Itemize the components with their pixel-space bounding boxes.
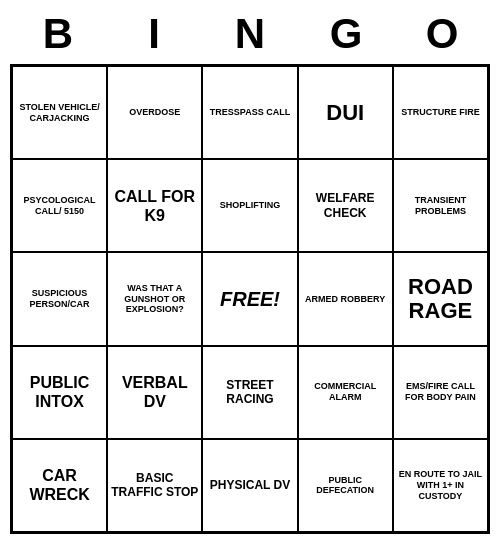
bingo-cell-10: SUSPICIOUS PERSON/CAR [12, 252, 107, 345]
bingo-cell-8: WELFARE CHECK [298, 159, 393, 252]
letter-g: G [302, 10, 390, 58]
bingo-cell-18: COMMERCIAL ALARM [298, 346, 393, 439]
bingo-cell-24: EN ROUTE TO JAIL WITH 1+ IN CUSTODY [393, 439, 488, 532]
bingo-cell-19: EMS/FIRE CALL FOR BODY PAIN [393, 346, 488, 439]
bingo-cell-9: TRANSIENT PROBLEMS [393, 159, 488, 252]
bingo-title: B I N G O [10, 10, 490, 58]
bingo-cell-14: ROAD RAGE [393, 252, 488, 345]
bingo-cell-17: STREET RACING [202, 346, 297, 439]
letter-o: O [398, 10, 486, 58]
letter-b: B [14, 10, 102, 58]
bingo-cell-15: PUBLIC INTOX [12, 346, 107, 439]
letter-n: N [206, 10, 294, 58]
bingo-cell-23: PUBLIC DEFECATION [298, 439, 393, 532]
bingo-cell-12: Free! [202, 252, 297, 345]
bingo-cell-7: SHOPLIFTING [202, 159, 297, 252]
bingo-cell-16: VERBAL DV [107, 346, 202, 439]
bingo-cell-3: DUI [298, 66, 393, 159]
bingo-grid: STOLEN VEHICLE/ CARJACKINGOVERDOSETRESSP… [10, 64, 490, 534]
bingo-cell-20: CAR WRECK [12, 439, 107, 532]
bingo-cell-4: STRUCTURE FIRE [393, 66, 488, 159]
bingo-cell-11: WAS THAT A GUNSHOT OR EXPLOSION? [107, 252, 202, 345]
bingo-cell-22: PHYSICAL DV [202, 439, 297, 532]
bingo-cell-5: PSYCOLOGICAL CALL/ 5150 [12, 159, 107, 252]
bingo-cell-21: BASIC TRAFFIC STOP [107, 439, 202, 532]
bingo-cell-6: CALL FOR K9 [107, 159, 202, 252]
bingo-cell-0: STOLEN VEHICLE/ CARJACKING [12, 66, 107, 159]
bingo-cell-2: TRESSPASS CALL [202, 66, 297, 159]
letter-i: I [110, 10, 198, 58]
bingo-cell-13: ARMED ROBBERY [298, 252, 393, 345]
bingo-cell-1: OVERDOSE [107, 66, 202, 159]
